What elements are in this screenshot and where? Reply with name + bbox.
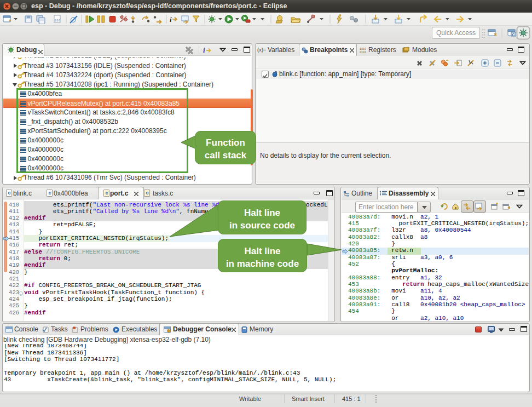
svg-text:0101: 0101 xyxy=(360,51,366,53)
svg-text:C: C xyxy=(512,33,515,37)
svg-text:i: i xyxy=(203,46,205,54)
svg-text:i: i xyxy=(170,15,172,24)
svg-text:010: 010 xyxy=(55,19,61,22)
